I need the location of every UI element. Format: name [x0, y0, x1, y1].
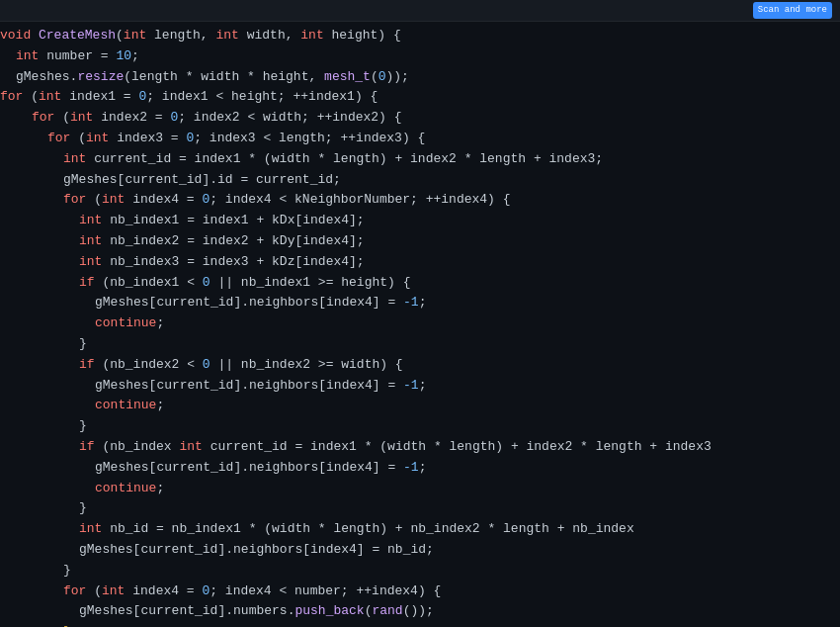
top-bar-badge: Scan and more [753, 2, 832, 18]
code-line: gMeshes[current_id].neighbors[index4] = … [0, 376, 840, 397]
code-line: for (int index4 = 0; index4 < number; ++… [0, 582, 840, 602]
code-line: int current_id = index1 * (width * lengt… [0, 149, 840, 170]
code-token: } [63, 561, 71, 582]
code-token: index4 = [125, 190, 202, 211]
code-token: ; index1 < height; ++index1) { [146, 87, 378, 108]
code-token: (nb_index1 < [95, 273, 203, 294]
code-token: . [70, 67, 78, 88]
code-token: push_back [294, 601, 364, 622]
code-line: for (int index1 = 0; index1 < height; ++… [0, 87, 840, 108]
code-line: for (int index3 = 0; index3 < length; ++… [0, 129, 840, 149]
code-line: continue; [0, 396, 840, 416]
code-token: } [79, 334, 87, 355]
code-line: if (nb_index2 < 0 || nb_index2 >= width)… [0, 355, 840, 376]
code-line: void CreateMesh(int length, int width, i… [0, 26, 840, 46]
code-token: ; [156, 479, 164, 499]
code-token: gMeshes[current_id].neighbors[index4] = [95, 376, 403, 397]
code-token: (nb_index [95, 437, 180, 458]
code-token: for [32, 108, 54, 129]
code-token: rand [372, 601, 402, 622]
code-token: (length * width * height, [124, 67, 324, 88]
code-line: } [0, 561, 840, 582]
code-token: int [79, 252, 102, 273]
code-token: mesh_t [324, 67, 371, 88]
code-token: ; [419, 293, 427, 314]
code-line: int nb_index2 = index2 + kDy[index4]; [0, 231, 840, 252]
code-token: if [79, 355, 95, 376]
code-token: for [63, 582, 86, 602]
code-token: number = [39, 46, 116, 67]
code-token: ; [419, 376, 427, 397]
code-token: 0 [203, 355, 210, 376]
code-line: } [0, 622, 840, 627]
code-token: int [124, 26, 146, 46]
code-token: ; index4 < kNeighborNumber; ++index4) { [210, 190, 510, 211]
code-token: for [47, 129, 70, 149]
code-token: int [39, 87, 61, 108]
code-token: height) { [324, 26, 401, 46]
code-line: gMeshes[current_id].neighbors[index4] = … [0, 458, 840, 479]
code-token: void [0, 26, 39, 46]
top-bar: Scan and more [0, 0, 840, 22]
code-token: int [16, 46, 39, 67]
code-token: int [215, 26, 238, 46]
code-token: 10 [116, 46, 131, 67]
code-line: gMeshes[current_id].neighbors[index4] = … [0, 540, 840, 561]
code-token: gMeshes[current_id].id = current_id; [63, 170, 341, 191]
code-token: } [79, 498, 87, 519]
code-token: -1 [403, 376, 419, 397]
code-token: (nb_index2 < [95, 355, 203, 376]
code-token: 0 [202, 582, 210, 602]
code-token: ; [156, 396, 164, 416]
code-token: ( [116, 26, 124, 46]
code-token: index1 = [61, 87, 138, 108]
code-token: || nb_index1 >= height) { [210, 273, 411, 294]
code-line: gMeshes[current_id].numbers.push_back(ra… [0, 601, 840, 622]
code-token: ; [131, 46, 139, 67]
code-token: ( [70, 129, 86, 149]
code-token: ; index3 < length; ++index3) { [194, 129, 425, 149]
code-token: current_id = index1 * (width * length) +… [86, 149, 603, 170]
code-line: gMeshes[current_id].neighbors[index4] = … [0, 293, 840, 314]
code-token: )); [386, 67, 409, 88]
code-token: ; index2 < width; ++index2) { [178, 108, 401, 129]
code-token: int [179, 437, 202, 458]
code-token: || nb_index2 >= width) { [210, 355, 403, 376]
code-token: ( [86, 190, 102, 211]
code-line: int nb_index3 = index3 + kDz[index4]; [0, 252, 840, 273]
code-token: 0 [186, 129, 194, 149]
code-line: if (nb_index int current_id = index1 * (… [0, 437, 840, 458]
code-line: int nb_id = nb_index1 * (width * length)… [0, 519, 840, 540]
code-token: int [63, 149, 86, 170]
code-token: continue [95, 479, 156, 499]
code-line: for (int index2 = 0; index2 < width; ++i… [0, 108, 840, 129]
code-token: nb_index2 = index2 + kDy[index4]; [102, 231, 364, 252]
code-token: 0 [378, 67, 386, 88]
code-token: gMeshes [16, 67, 70, 88]
code-token: gMeshes[current_id].neighbors[index4] = … [79, 540, 434, 561]
code-token: int [102, 190, 125, 211]
code-token: if [79, 437, 95, 458]
code-line: if (nb_index1 < 0 || nb_index1 >= height… [0, 273, 840, 294]
code-token: continue [95, 396, 156, 416]
code-token: ( [371, 67, 378, 88]
code-token: nb_index1 = index1 + kDx[index4]; [102, 211, 364, 231]
code-editor: Scan and more void CreateMesh(int length… [0, 0, 840, 627]
code-token: ( [54, 108, 70, 129]
code-token: 0 [138, 87, 146, 108]
code-line: int nb_index1 = index1 + kDx[index4]; [0, 211, 840, 231]
code-token: length, [146, 26, 215, 46]
code-token: gMeshes[current_id].neighbors[index4] = [95, 458, 403, 479]
code-line: for (int index4 = 0; index4 < kNeighborN… [0, 190, 840, 211]
code-token: gMeshes[current_id].neighbors[index4] = [95, 293, 403, 314]
code-token: 0 [202, 190, 210, 211]
code-token: int [86, 129, 109, 149]
code-token: ; index4 < number; ++index4) { [210, 582, 441, 602]
code-area[interactable]: void CreateMesh(int length, int width, i… [0, 22, 840, 627]
code-token: resize [77, 67, 124, 88]
code-line: continue; [0, 479, 840, 499]
code-token: 0 [203, 273, 210, 294]
code-line: gMeshes[current_id].id = current_id; [0, 170, 840, 191]
code-token: int [70, 108, 93, 129]
code-line: continue; [0, 314, 840, 334]
